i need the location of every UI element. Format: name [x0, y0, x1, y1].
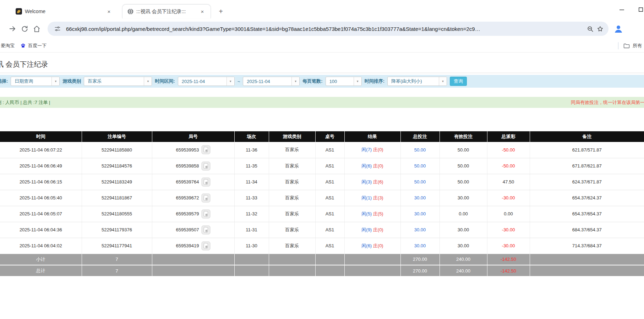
tab-welcome[interactable]: Welcome ×	[11, 4, 117, 18]
search-button[interactable]: 查询	[450, 77, 467, 86]
total-bet-link[interactable]: 50.00	[414, 163, 426, 169]
sort-order-select[interactable]: 降幂(由大到小) ▼	[387, 77, 447, 86]
cell-time: 2025-11-04 06:05:40	[0, 190, 82, 206]
replay-icon[interactable]	[201, 161, 211, 171]
result-banker: 庄(6)	[373, 179, 383, 185]
total-bet-link[interactable]: 30.00	[414, 211, 426, 216]
bookmarks-folder-area[interactable]: 所有	[618, 42, 642, 49]
replay-icon[interactable]	[201, 225, 211, 235]
site-settings-icon[interactable]	[53, 24, 62, 34]
cell-table-no: AS1	[315, 174, 344, 190]
table-row: 2025-11-04 06:04:02 522941177941 6595394…	[0, 238, 644, 254]
bet-records-table: 时间注单编号局号场次游戏类别桌号结果总投注有效投注总派彩备注 2025-11-0…	[0, 131, 644, 277]
per-page-select[interactable]: 100 ▼	[326, 77, 362, 86]
date-from-input[interactable]: 2025-11-04 ▼	[178, 77, 235, 86]
summary-empty	[530, 265, 644, 276]
total-bet-link[interactable]: 30.00	[414, 243, 426, 248]
bookmark-aitaobao[interactable]: 爱淘宝	[0, 41, 17, 50]
tab-title: :::视讯 会员下注纪录:::	[136, 9, 196, 15]
tab-close-icon[interactable]: ×	[106, 8, 112, 15]
tab-close-icon[interactable]: ×	[199, 9, 206, 15]
address-bar[interactable]: 66cxkj98.com/ipl/portal.php/game/betreco…	[48, 22, 608, 36]
cell-time: 2025-11-04 06:05:07	[0, 206, 82, 222]
replay-icon[interactable]	[201, 145, 211, 154]
home-icon[interactable]	[31, 23, 43, 35]
column-header: 总派彩	[487, 131, 530, 142]
chevron-down-icon: ▼	[227, 77, 234, 86]
tab-strip: Welcome × :::视讯 会员下注纪录::: × +	[0, 0, 644, 18]
summary-total-bet: 270.00	[400, 265, 440, 276]
url-text[interactable]: 66cxkj98.com/ipl/portal.php/game/betreco…	[66, 26, 585, 32]
result-banker: 庄(5)	[373, 211, 383, 216]
query-type-select[interactable]: 日期查询 ▼	[11, 77, 60, 86]
column-header: 有效投注	[440, 131, 487, 142]
cell-time: 2025-11-04 06:07:22	[0, 142, 82, 158]
replay-icon[interactable]	[201, 241, 211, 251]
cell-total-bet: 30.00	[400, 190, 440, 206]
summary-valid-bet: 240.00	[440, 265, 487, 276]
cell-remark: 654.37/624.37	[530, 190, 644, 206]
result-player: 闲(9)	[361, 227, 372, 232]
page-title-section: 视讯 会员下注纪录	[0, 53, 644, 73]
result-player: 闲(3)	[361, 179, 372, 185]
column-header: 注单编号	[82, 131, 152, 142]
column-header: 备注	[530, 131, 644, 142]
maximize-button[interactable]	[636, 5, 644, 14]
total-bet-link[interactable]: 30.00	[414, 227, 426, 232]
table-row: 2025-11-04 06:06:49 522941184576 6595398…	[0, 158, 644, 174]
forward-icon[interactable]	[6, 23, 18, 35]
table-row: 2025-11-04 06:05:40 522941181867 6595396…	[0, 190, 644, 206]
cell-payout: -50.00	[487, 158, 530, 174]
site-favicon-icon	[16, 8, 22, 15]
cell-result: 闲(1) 庄(3)	[344, 190, 400, 206]
cell-payout: 47.50	[487, 174, 530, 190]
summary-label: 小计	[0, 254, 82, 265]
bookmark-label: 爱淘宝	[1, 43, 15, 49]
window-controls	[617, 5, 644, 14]
total-bet-link[interactable]: 50.00	[414, 179, 426, 185]
reload-icon[interactable]	[18, 23, 31, 35]
bookmark-star-icon[interactable]	[595, 24, 605, 34]
cell-session: 11-32	[234, 206, 269, 222]
zoom-out-icon[interactable]	[585, 24, 595, 34]
cell-payout: -30.00	[487, 222, 530, 238]
cell-bet-id: 522941184576	[82, 158, 152, 174]
cell-valid-bet: 0.00	[440, 206, 487, 222]
cell-time: 2025-11-04 06:04:02	[0, 238, 82, 254]
cell-result: 闲(6) 庄(0)	[344, 158, 400, 174]
replay-icon[interactable]	[201, 177, 211, 187]
bookmark-baidu[interactable]: 百度一下	[17, 41, 49, 50]
filter-toolbar: 选择: 日期查询 ▼ 游戏类别 百家乐 ▼ 时间区间: 2025-11-04 ▼…	[0, 75, 644, 88]
cell-payout: -30.00	[487, 238, 530, 254]
cell-session: 11-31	[234, 222, 269, 238]
summary-empty	[315, 254, 344, 265]
per-page-label: 每页笔数:	[302, 78, 322, 84]
cell-round: 659539507	[152, 222, 234, 238]
column-header: 结果	[344, 131, 400, 142]
summary-empty	[344, 265, 400, 276]
total-bet-link[interactable]: 50.00	[414, 147, 426, 153]
cell-valid-bet: 30.00	[440, 238, 487, 254]
cell-table-no: AS1	[315, 222, 344, 238]
cell-remark: 714.37/684.37	[530, 238, 644, 254]
profile-avatar-icon[interactable]	[613, 24, 623, 34]
new-tab-button[interactable]: +	[216, 6, 226, 16]
table-summary: 小计 7 270.00 240.00 -142.50 总计 7 270.00 2…	[0, 254, 644, 276]
cell-valid-bet: 50.00	[440, 174, 487, 190]
total-bet-link[interactable]: 30.00	[414, 195, 426, 200]
replay-icon[interactable]	[201, 193, 211, 203]
bookmarks-bar: 爱淘宝 百度一下 所有	[0, 39, 644, 53]
date-to-input[interactable]: 2025-11-04 ▼	[243, 77, 300, 86]
replay-icon[interactable]	[201, 209, 211, 219]
game-type-select[interactable]: 百家乐 ▼	[84, 77, 152, 86]
cell-bet-id: 522941180555	[82, 206, 152, 222]
cell-table-no: AS1	[315, 238, 344, 254]
cell-remark: 671.87/621.87	[530, 158, 644, 174]
summary-empty	[234, 254, 269, 265]
minimize-button[interactable]	[617, 5, 626, 14]
cell-table-no: AS1	[315, 190, 344, 206]
cell-result: 闲(7) 庄(0)	[344, 142, 400, 158]
cell-payout: 0.00	[487, 206, 530, 222]
cell-time: 2025-11-04 06:06:15	[0, 174, 82, 190]
tab-bet-record[interactable]: :::视讯 会员下注纪录::: ×	[122, 4, 211, 18]
